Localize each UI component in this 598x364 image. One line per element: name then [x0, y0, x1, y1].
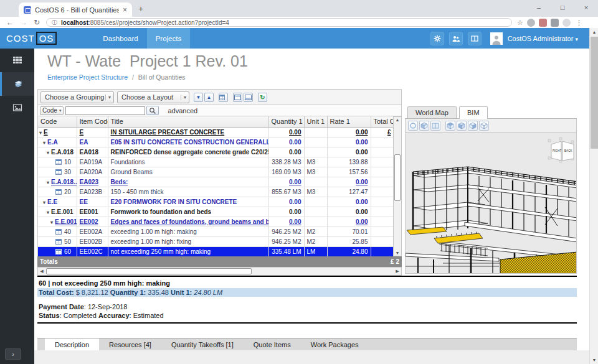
- boq-row[interactable]: 10EA019AFoundations338.28 M3M3139.88: [38, 157, 393, 167]
- advanced-search-link[interactable]: advanced: [168, 107, 197, 114]
- detail-summary-bar: Total Cost: $ 8,321.12 Quantity 1: 335.4…: [37, 288, 577, 297]
- breadcrumb-link[interactable]: Enterprise Project Structure: [47, 73, 128, 81]
- layout-select[interactable]: Choose a Layout ▾: [117, 91, 189, 103]
- reload-icon[interactable]: ↻: [34, 18, 40, 27]
- detail-tab-quantity-takeoffs-1[interactable]: Quantity Takeoffs [1]: [161, 338, 244, 350]
- forward-icon[interactable]: →: [20, 18, 27, 27]
- bim-tab-world-map[interactable]: World Map: [407, 106, 457, 118]
- tab-close-icon[interactable]: ×: [123, 6, 127, 14]
- close-button[interactable]: ×: [574, 0, 598, 17]
- maximize-button[interactable]: □: [551, 0, 574, 17]
- bookmark-star-icon[interactable]: ☆: [517, 19, 523, 27]
- boq-row[interactable]: ▾E.E.001...EE002Edges and faces of found…: [38, 217, 393, 226]
- boq-row[interactable]: ▾E.EEEE20 FORMWORK FOR IN SITU CONCRETE0…: [38, 197, 393, 207]
- tree-collapse-icon[interactable]: ▾: [47, 180, 49, 185]
- tree-collapse-icon[interactable]: ▾: [47, 150, 49, 156]
- nav-item-dashboard[interactable]: Dashboard: [94, 28, 146, 49]
- boq-row[interactable]: 30EA020AGround Beams169.09 M3M3157.56: [38, 167, 393, 177]
- sidebar-item-grid[interactable]: [0, 49, 34, 72]
- scroll-left-icon[interactable]: ◀: [38, 268, 45, 275]
- bim-view-button-3[interactable]: [468, 121, 478, 131]
- bim-model-button[interactable]: [419, 121, 429, 131]
- sidebar-expand-button[interactable]: ›: [5, 348, 21, 360]
- col-unit[interactable]: Unit 1: [304, 116, 327, 127]
- col-quantity[interactable]: Quantity 1: [268, 116, 304, 127]
- tree-collapse-icon[interactable]: ▾: [50, 220, 53, 225]
- col-total-cost[interactable]: Total Cost: [371, 116, 393, 127]
- extension-icon-1[interactable]: [527, 19, 535, 27]
- boq-row[interactable]: ▾E.E.001EE001Formwork to foundation and …: [38, 207, 393, 217]
- sidebar-item-boq[interactable]: [0, 72, 34, 96]
- collapse-level-button[interactable]: [244, 93, 253, 102]
- bim-view-button-4[interactable]: [479, 121, 489, 131]
- boq-row[interactable]: ▾E.AEAE05 IN SITU CONCRETE CONSTRUCTION …: [38, 137, 393, 147]
- boq-row[interactable]: ▾E.A.018EA018REINFORCED dense aggregate …: [38, 147, 393, 157]
- columns-config-button[interactable]: [219, 93, 228, 102]
- refresh-button[interactable]: ↻: [258, 93, 267, 102]
- profile-icon[interactable]: [562, 19, 571, 27]
- cube-right-label: BACK: [564, 149, 572, 152]
- detail-tab-description[interactable]: Description: [45, 338, 99, 350]
- back-icon[interactable]: ←: [6, 18, 14, 27]
- tree-collapse-icon[interactable]: ▾: [39, 130, 42, 136]
- bim-viewport[interactable]: RIGHT BACK: [405, 133, 577, 274]
- user-menu[interactable]: CostOS Administrator ▾: [508, 35, 578, 42]
- detail-tab-work-packages[interactable]: Work Packages: [301, 338, 369, 350]
- detail-tab-resources-4[interactable]: Resources [4]: [99, 338, 161, 350]
- sidebar-item-media[interactable]: [0, 96, 34, 119]
- boq-row[interactable]: 50EE002Bexceeding 1.00 m high: fixing946…: [38, 236, 393, 246]
- settings-button[interactable]: [430, 32, 444, 45]
- page-scrollbar[interactable]: ▲ ▼: [589, 28, 598, 364]
- page-info-icon[interactable]: ⓘ: [52, 19, 57, 27]
- tree-collapse-icon[interactable]: ▾: [43, 140, 45, 146]
- table-horizontal-scrollbar[interactable]: ◀ ▶: [37, 267, 402, 276]
- scroll-down-icon[interactable]: ▼: [590, 358, 598, 362]
- scroll-down-icon[interactable]: ▼: [394, 251, 401, 255]
- boq-row[interactable]: ▾E.A.018...EA023Beds:0.000.00: [38, 177, 393, 187]
- expand-level-button[interactable]: [233, 93, 242, 102]
- scroll-up-icon[interactable]: ▲: [394, 118, 401, 122]
- expand-all-button[interactable]: ▼: [194, 93, 203, 102]
- col-item-code[interactable]: Item Code: [77, 116, 108, 127]
- col-rate[interactable]: Rate 1: [327, 116, 371, 127]
- col-code[interactable]: Code: [38, 116, 77, 127]
- minimize-button[interactable]: –: [527, 0, 551, 17]
- tree-collapse-icon[interactable]: ▾: [43, 200, 45, 205]
- cell-quantity: 169.09 M3: [272, 169, 301, 175]
- bim-panes-button[interactable]: [430, 121, 440, 131]
- col-title[interactable]: Title: [108, 116, 268, 127]
- search-input[interactable]: [65, 106, 145, 115]
- scrollbar-thumb[interactable]: [46, 268, 252, 274]
- tree-collapse-icon[interactable]: ▾: [47, 210, 49, 215]
- cell-quantity: 946.25 M2: [272, 238, 301, 245]
- boq-row[interactable]: 40EE002Aexceeding 1.00 m high: making946…: [38, 226, 393, 236]
- scrollbar-thumb[interactable]: [394, 154, 401, 201]
- boq-row[interactable]: 60EE002Cnot exceeding 250 mm high: makin…: [38, 246, 393, 256]
- extension-icon-3[interactable]: [551, 19, 559, 27]
- detail-tab-quote-items[interactable]: Quote Items: [244, 338, 301, 350]
- grouping-select-value: Choose a Grouping: [45, 93, 104, 101]
- bim-view-button-2[interactable]: [457, 121, 467, 131]
- search-field-select[interactable]: Code ▾: [40, 106, 64, 115]
- grouping-select[interactable]: Choose a Grouping ▾: [40, 91, 114, 103]
- collapse-all-button[interactable]: ▲: [204, 93, 214, 102]
- bim-tab-bim[interactable]: BIM: [459, 106, 488, 119]
- bim-select-button[interactable]: [408, 121, 418, 131]
- extension-icon-2[interactable]: [539, 19, 547, 27]
- browser-tab[interactable]: CostOS 6 - Bill of Quantities ×: [19, 2, 132, 17]
- table-vertical-scrollbar[interactable]: ▲ ▼: [393, 116, 402, 256]
- browser-menu-icon[interactable]: ⋮: [576, 19, 582, 27]
- bim-view-button-1[interactable]: [445, 121, 455, 131]
- search-button[interactable]: [146, 106, 159, 115]
- boq-row[interactable]: 20EA023B150 - 450 mm thick855.67 M3M3127…: [38, 187, 393, 197]
- boq-row[interactable]: ▾EEIN SITU/LARGE PRECAST CONCRETE0.000.0…: [38, 127, 393, 137]
- scroll-right-icon[interactable]: ▶: [394, 268, 401, 275]
- scroll-up-icon[interactable]: ▲: [590, 30, 598, 34]
- layout-columns-button[interactable]: [468, 32, 482, 45]
- scrollbar-thumb[interactable]: [591, 37, 598, 149]
- avatar[interactable]: [490, 32, 503, 45]
- new-tab-button[interactable]: +: [138, 4, 143, 14]
- users-button[interactable]: [449, 32, 463, 45]
- url-field[interactable]: ⓘ localhost:8085/ces//projects/showProje…: [46, 18, 512, 27]
- nav-item-projects[interactable]: Projects: [147, 28, 191, 49]
